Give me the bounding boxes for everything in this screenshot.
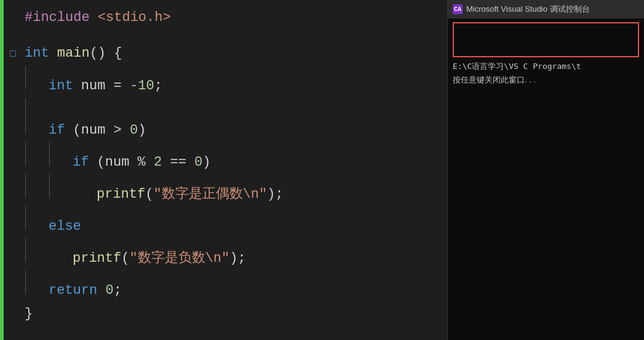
token-printf2-open: (	[121, 247, 129, 270]
vs-icon: CA	[453, 4, 463, 14]
token-main-paren: () {	[90, 42, 122, 65]
token-include-kw: #include	[25, 6, 98, 30]
token-main-fn: main	[57, 42, 90, 65]
token-printf1-str: "数字是正偶数\n"	[153, 183, 267, 206]
token-num-val: -10	[130, 75, 154, 98]
token-space-main	[49, 42, 57, 65]
token-printf1-close: );	[267, 183, 283, 206]
token-return-space	[97, 279, 105, 302]
token-return-zero: 0	[105, 279, 113, 302]
token-if2-zero: 0	[194, 151, 202, 174]
token-printf1-open: (	[145, 183, 153, 206]
console-body: E:\C语言学习\VS C Programs\t 按任意键关闭此窗口. . .	[448, 18, 644, 89]
token-int-main: int	[25, 42, 49, 65]
token-return-semi: ;	[114, 279, 122, 302]
token-printf1-fn: printf	[97, 183, 145, 206]
token-printf2-fn: printf	[73, 247, 121, 270]
main-container: #include <stdio.h> □ int main () { int n…	[0, 0, 644, 340]
token-else: else	[49, 215, 81, 238]
console-input-area[interactable]	[453, 22, 639, 57]
console-title: Microsoft Visual Studio 调试控制台	[466, 4, 590, 15]
token-if1-cond: (num >	[65, 119, 130, 142]
console-path: E:\C语言学习\VS C Programs\t	[453, 61, 639, 72]
token-if1-close: )	[138, 119, 146, 142]
token-if1: if	[49, 119, 65, 142]
token-return: return	[49, 279, 97, 302]
token-include-header: <stdio.h>	[98, 6, 171, 30]
console-message: 按任意键关闭此窗口. . .	[453, 75, 639, 86]
console-panel: CA Microsoft Visual Studio 调试控制台 E:\C语言学…	[447, 0, 644, 340]
token-if2-eqeq: ==	[162, 151, 194, 174]
token-printf2-str: "数字是负数\n"	[129, 247, 229, 270]
token-if2-close: )	[202, 151, 210, 174]
token-if1-zero: 0	[130, 119, 138, 142]
token-close-brace: }	[25, 302, 33, 326]
token-printf2-close: );	[229, 247, 245, 270]
token-if2-two: 2	[154, 151, 162, 174]
token-int-num: int	[49, 75, 73, 98]
line-marker-main: □	[10, 42, 22, 66]
token-if2-cond: (num %	[89, 151, 154, 174]
console-titlebar: CA Microsoft Visual Studio 调试控制台	[448, 0, 644, 18]
token-if2: if	[73, 151, 89, 174]
token-num-assign: num =	[73, 75, 130, 98]
token-num-semi: ;	[154, 75, 162, 98]
